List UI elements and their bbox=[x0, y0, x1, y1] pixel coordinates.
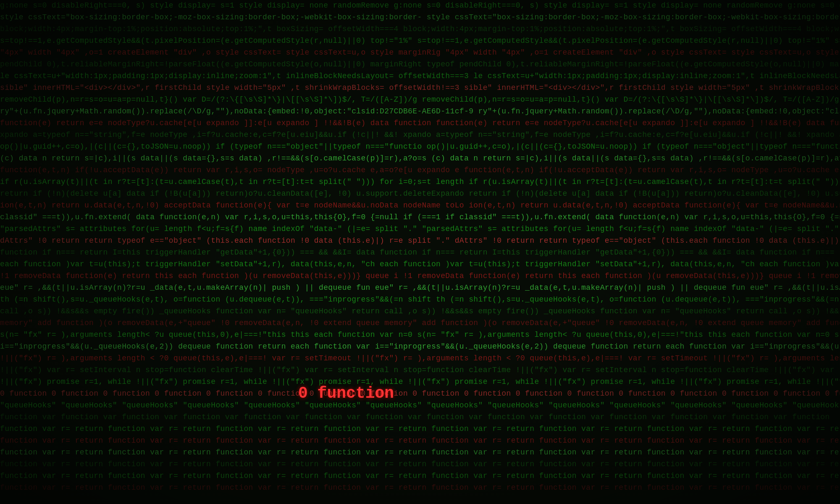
code-line: !||("fx") promise r=1, while !||("fx") p… bbox=[0, 376, 840, 387]
code-line: dAttrs" !0 return return typeof e=="obje… bbox=[0, 235, 840, 246]
code-line: pendChild 0),t.reliableMarginRight=!pars… bbox=[0, 59, 840, 70]
code-line: sible" innerHTML="<div></div>",r firstCh… bbox=[0, 82, 840, 93]
code-line: return if (!n)(delete u[a] data if (!B(u… bbox=[0, 188, 840, 199]
code-line: (c) data n return s=|c),i||(s data||(s d… bbox=[0, 153, 840, 164]
code-line: "parsedAttrs" s= attributes for(u= lengt… bbox=[0, 223, 840, 234]
code-line: xpando a=typeof n=="string",f=e nodeType… bbox=[0, 129, 840, 140]
code-line: ry"+(u.fn.jquery+Math.random()).replace(… bbox=[0, 106, 840, 117]
detected-function-text: 0 function bbox=[298, 384, 394, 402]
code-line: g:none s=0 disableRight===0, s) style di… bbox=[0, 0, 840, 11]
code-line: function var r= return function var r= r… bbox=[0, 435, 840, 446]
code-line: function var function var function var f… bbox=[0, 412, 830, 423]
code-line: !1 removeData function(e) return this ea… bbox=[0, 270, 840, 281]
code-line: op()|u.guid++,c=o),|(c||(c={},toJSON=u.n… bbox=[0, 141, 840, 152]
code-line: call ,o s)) !&&s&&s empty fire()) _queue… bbox=[0, 306, 840, 317]
code-line: function var r= return function var r= r… bbox=[0, 470, 840, 481]
code-line: eue" r= ,&&(t||u.isArray(n)?r=u _data(e,… bbox=[0, 282, 840, 293]
code-line: function var r= return function var r= r… bbox=[0, 447, 840, 458]
code-line: function if n=== return I=this triggerHa… bbox=[0, 247, 840, 258]
code-line: function(e,t,n) if(!u.acceptData(e)) ret… bbox=[0, 165, 840, 176]
code-line: ion(e,t,n) return u.data(e,t,n,!0) accep… bbox=[0, 200, 840, 211]
code-line: function var r= return function var r= r… bbox=[0, 423, 840, 434]
code-line: !||("fx") r= ),arguments length < ?0 que… bbox=[0, 353, 840, 364]
code-line: function(e) return e=e nodeType?u.cache[… bbox=[0, 118, 840, 129]
code-line: s(n= "fx" r= ),arguments length< ?u queu… bbox=[0, 329, 840, 340]
code-line: block;width:4px;margin-top:1%;position:a… bbox=[0, 24, 840, 34]
code-background: g:none s=0 disableRight===0, s) style di… bbox=[0, 0, 840, 504]
code-line: le cssText=u+"width:1px;padding:1px;disp… bbox=[0, 71, 840, 81]
code-line: "4px" width "4px" ,o=1 createElement "di… bbox=[0, 47, 840, 58]
code-line: th (=n shift(),s=u._queueHooks(e,t), o=f… bbox=[0, 294, 840, 305]
code-line: removeChild(p),n=r=s=o=u=a=p=null,t}() v… bbox=[0, 94, 840, 105]
code-line: "queueHooks" "queueHooks" "queueHooks" "… bbox=[0, 400, 840, 411]
code-line: if r(u.isArray(t)||(t in r?t=[t]:(t=u.ca… bbox=[0, 176, 840, 187]
code-line: style cssText="box-sizing:border-box;-mo… bbox=[0, 12, 840, 23]
code-line: classid" ===t)),u.fn.extend( data functi… bbox=[0, 212, 840, 223]
code-line: s=top!==1,e.getComputedStyle&&(t.pixelPo… bbox=[0, 35, 840, 46]
code-line: memory" add function )(o removeData(e,+"… bbox=[0, 318, 840, 328]
code-line: 0 function 0 function 0 function 0 funct… bbox=[0, 388, 840, 399]
code-line: function var r= return function var r= r… bbox=[0, 459, 840, 470]
code-line: each function )var t=u(this);t triggerHa… bbox=[0, 259, 840, 270]
code-line: i=="inprogress"&&(u._queueHooks(e,2)) de… bbox=[0, 341, 840, 352]
code-line: !||("fx") var r= setInterval n stop=func… bbox=[0, 365, 840, 375]
code-line: function var r= return function var r= r… bbox=[0, 482, 840, 493]
